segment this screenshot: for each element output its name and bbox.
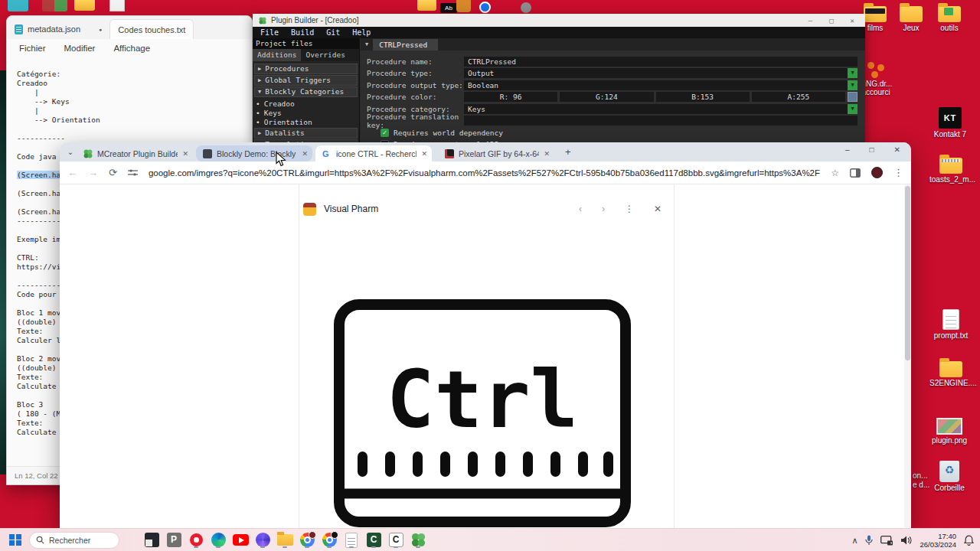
bookmark-star-icon[interactable]: ☆ <box>831 168 839 178</box>
taskbar-app-p[interactable]: P <box>165 532 182 549</box>
tree-item-blockly-categories[interactable]: ▼ Blockly Categories <box>254 86 358 97</box>
browser-tab-icone-ctrl[interactable]: G icone CTRL - Recherche Google ✕ <box>315 145 432 161</box>
minimize-button[interactable]: – <box>845 145 850 154</box>
tab-metadata-json[interactable]: metadata.json ● <box>7 19 109 39</box>
maximize-button[interactable]: □ <box>870 145 874 154</box>
close-button[interactable]: ✕ <box>894 145 900 154</box>
close-button[interactable]: ✕ <box>851 17 854 24</box>
scrollbar-thumb[interactable] <box>905 186 910 360</box>
desktop-icon-outils[interactable]: outils <box>928 6 971 32</box>
tab-additions[interactable]: Additions <box>253 49 301 61</box>
tree-item-datalists[interactable]: ▶ Datalists <box>254 128 358 139</box>
desktop-fragment-folder[interactable] <box>417 0 436 11</box>
browser-tab-pixelart[interactable]: Pixelart GIF by 64-x-64 pixel ch ✕ <box>438 145 554 161</box>
ctrl-key-image[interactable]: Ctrl <box>333 298 632 528</box>
desktop-icon-s2engine[interactable]: S2ENGINE.... <box>929 361 972 387</box>
maximize-button[interactable]: □ <box>829 17 833 24</box>
taskbar-app-chrome-1[interactable] <box>299 532 315 549</box>
desktop-icon-toasts-zip[interactable]: toasts_2_m... <box>929 158 972 184</box>
back-button[interactable]: ← <box>67 167 77 178</box>
menu-fichier[interactable]: Fichier <box>19 44 46 53</box>
tree-item-procedures[interactable]: ▶ Procedures <box>254 64 358 74</box>
procedure-type-select[interactable]: Output ▼ <box>464 68 858 78</box>
color-g-input[interactable]: G:124 <box>560 92 653 102</box>
cast-display-icon[interactable] <box>880 536 893 546</box>
taskbar-clock[interactable]: 17:40 26/03/2024 <box>920 532 956 549</box>
taskbar-app-explorer[interactable] <box>276 532 293 549</box>
plugin-builder-titlebar[interactable]: Plugin Builder - [Creadoo] – □ ✕ <box>253 14 865 27</box>
taskbar-app-mcreator[interactable] <box>410 532 426 549</box>
desktop-icon-plugin-png[interactable]: plugin.png <box>928 418 971 445</box>
dropdown-arrow-icon[interactable]: ▼ <box>848 80 858 90</box>
prev-image-icon[interactable]: ‹ <box>579 204 582 214</box>
hidden-icons-chevron[interactable]: ∧ <box>851 536 858 546</box>
microphone-icon[interactable] <box>865 535 873 546</box>
procedure-name-input[interactable]: CTRLPressed <box>464 57 858 67</box>
desktop-fragment-icon[interactable] <box>42 0 67 11</box>
checkbox-checked-icon[interactable]: ✓ <box>381 129 389 137</box>
color-swatch[interactable] <box>848 92 858 102</box>
desktop-fragment-icon[interactable] <box>456 0 471 12</box>
tab-close-icon[interactable]: ✕ <box>421 150 427 158</box>
next-image-icon[interactable]: › <box>602 204 605 214</box>
tree-item-global-triggers[interactable]: ▶ Global Triggers <box>254 75 358 86</box>
menu-kebab-icon[interactable]: ⋮ <box>893 167 903 178</box>
taskbar-app-green-c[interactable]: C <box>365 532 382 549</box>
speaker-icon[interactable] <box>901 536 912 545</box>
browser-tab-mcreator[interactable]: MCreator Plugin Builder - Plug ✕ <box>77 145 193 161</box>
taskbar-search[interactable]: Rechercher <box>29 532 119 549</box>
menu-affichage[interactable]: Affichage <box>113 44 150 53</box>
start-button[interactable] <box>9 534 21 546</box>
procedure-category-select[interactable]: Keys ▼ <box>464 104 858 114</box>
taskbar-app-chrome-2[interactable] <box>321 532 338 549</box>
color-r-input[interactable]: R: 96 <box>464 92 557 102</box>
browser-tab-blockly[interactable]: Blockly Demo: Blockly Develop ✕ <box>196 145 312 161</box>
url-bar[interactable]: google.com/imgres?q=icone%20CTRL&imgurl=… <box>149 168 820 178</box>
image-source-name[interactable]: Visual Pharm <box>324 204 571 214</box>
tab-close-icon[interactable]: ✕ <box>182 150 188 158</box>
dropdown-arrow-icon[interactable]: ▼ <box>848 104 858 114</box>
taskbar-app-white-c[interactable]: C <box>387 532 404 549</box>
desktop-fragment-ab-icon[interactable]: Ab <box>440 3 457 13</box>
notification-bell-icon[interactable] <box>964 535 974 546</box>
desktop-fragment-document[interactable] <box>109 0 125 11</box>
site-settings-icon[interactable] <box>128 168 138 177</box>
profile-avatar[interactable] <box>871 167 883 178</box>
menu-modifier[interactable]: Modifier <box>64 44 96 53</box>
tab-search-chevron-icon[interactable]: ⌄ <box>64 146 77 158</box>
tree-item-creadoo[interactable]: • Creadoo <box>256 99 358 108</box>
scrollbar[interactable] <box>904 184 911 528</box>
taskbar-app-photos[interactable] <box>143 532 160 549</box>
desktop-fragment-icon[interactable] <box>8 0 28 11</box>
taskbar-app-teal[interactable] <box>210 532 227 549</box>
editor-tab-ctrlpressed[interactable]: CTRLPressed <box>373 39 438 51</box>
taskbar-app-youtube[interactable] <box>232 532 249 549</box>
tree-item-keys[interactable]: • Keys <box>256 109 358 117</box>
forward-button[interactable]: → <box>88 167 98 178</box>
taskbar-app-purple[interactable] <box>254 532 271 549</box>
desktop-fragment-icon[interactable] <box>479 2 491 13</box>
tab-codes-touches[interactable]: Codes touches.txt <box>109 19 194 39</box>
desktop-fragment-folder[interactable] <box>74 0 95 11</box>
minimize-button[interactable]: – <box>808 17 812 24</box>
desktop-icon-jeux[interactable]: Jeux <box>890 6 933 32</box>
panel-more-icon[interactable]: ⋮ <box>625 204 634 214</box>
side-panel-icon[interactable] <box>850 168 861 178</box>
collapse-icon[interactable]: ▼ <box>365 41 368 47</box>
panel-close-icon[interactable]: ✕ <box>654 204 662 214</box>
menu-file[interactable]: File <box>260 28 279 37</box>
tab-close-icon[interactable]: ✕ <box>302 150 308 158</box>
menu-build[interactable]: Build <box>291 28 314 37</box>
desktop-icon-prompt-txt[interactable]: prompt.txt <box>929 309 972 340</box>
translation-key-input[interactable] <box>464 116 858 126</box>
reload-button[interactable]: ⟳ <box>109 167 117 178</box>
color-b-input[interactable]: B:153 <box>656 92 750 102</box>
desktop-icon-recycle-bin[interactable]: Corbeille <box>928 461 971 492</box>
taskbar-app-opera[interactable] <box>188 532 204 549</box>
procedure-output-type-select[interactable]: Boolean ▼ <box>464 80 858 90</box>
tab-overrides[interactable]: Overrides <box>301 49 349 61</box>
menu-git[interactable]: Git <box>326 28 340 37</box>
tab-close-icon[interactable]: ✕ <box>544 150 550 158</box>
menu-help[interactable]: Help <box>352 28 371 37</box>
desktop-icon-kontakt[interactable]: KT Kontakt 7 <box>929 107 972 139</box>
